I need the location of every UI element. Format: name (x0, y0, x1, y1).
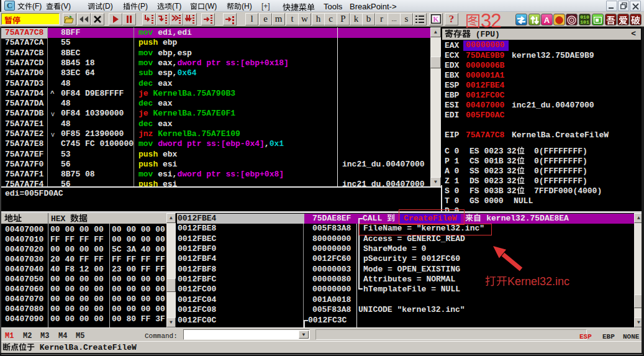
svg-text:K: K (433, 15, 439, 24)
